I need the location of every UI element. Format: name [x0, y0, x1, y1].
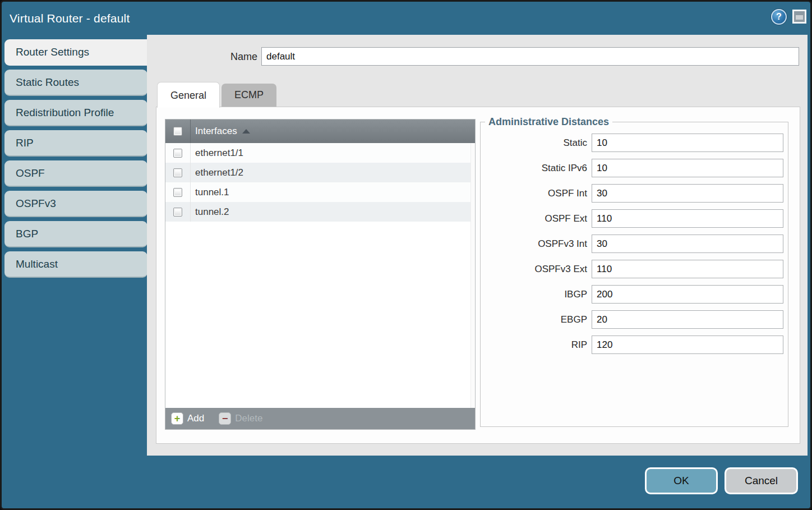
interfaces-column-label: Interfaces: [195, 126, 237, 137]
admin-distance-row: Static IPv6: [481, 159, 788, 177]
ibgp-field[interactable]: [592, 285, 783, 304]
cancel-button-label: Cancel: [745, 475, 778, 487]
ok-button[interactable]: OK: [645, 467, 718, 494]
table-row[interactable]: tunnel.1: [165, 182, 475, 202]
sidebar-item-multicast[interactable]: Multicast: [4, 251, 147, 278]
ospf-ext-field[interactable]: [592, 209, 783, 228]
admin-distance-row: EBGP: [481, 310, 788, 329]
window-restore-icon[interactable]: [792, 10, 806, 24]
admin-distance-row: RIP: [481, 336, 788, 354]
interfaces-table: Interfaces ethernet1/1 ethernet1/2: [165, 119, 476, 430]
sidebar-item-label: Static Routes: [16, 76, 79, 89]
delete-minus-icon: −: [219, 412, 231, 425]
ospf-int-label: OSPF Int: [481, 188, 587, 199]
sidebar-item-label: BGP: [16, 228, 38, 240]
row-checkbox-cell: [165, 163, 191, 182]
interface-name: ethernet1/2: [191, 167, 243, 178]
delete-button-label: Delete: [235, 413, 262, 424]
admin-distance-row: OSPFv3 Int: [481, 235, 788, 253]
general-tab-panel: Interfaces ethernet1/1 ethernet1/2: [156, 107, 800, 444]
ospfv3-int-field[interactable]: [592, 235, 783, 253]
sidebar-item-bgp[interactable]: BGP: [4, 221, 147, 247]
sidebar-item-router-settings[interactable]: Router Settings: [4, 39, 147, 66]
ospf-int-field[interactable]: [592, 184, 783, 203]
interface-name: tunnel.1: [191, 187, 229, 198]
dialog-title: Virtual Router - default: [10, 2, 130, 35]
ok-button-label: OK: [673, 475, 689, 487]
cancel-button[interactable]: Cancel: [725, 467, 798, 494]
admin-distance-row: Static: [481, 134, 788, 152]
admin-distance-row: OSPFv3 Ext: [481, 260, 788, 278]
interfaces-table-header[interactable]: Interfaces: [165, 120, 475, 143]
window-restore-icon-pane: [796, 15, 803, 20]
admin-distance-row: IBGP: [481, 285, 788, 304]
ospf-ext-label: OSPF Ext: [481, 213, 587, 224]
sidebar-item-label: OSPFv3: [16, 197, 56, 210]
ospfv3-ext-label: OSPFv3 Ext: [481, 264, 587, 275]
ospfv3-int-label: OSPFv3 Int: [481, 238, 587, 250]
static-field[interactable]: [592, 134, 783, 152]
row-checkbox[interactable]: [173, 149, 182, 158]
sidebar-item-label: Multicast: [16, 258, 58, 270]
interfaces-table-footer: + Add − Delete: [165, 408, 475, 429]
interface-name: ethernet1/1: [191, 148, 243, 159]
add-button-label: Add: [187, 413, 204, 424]
rip-label: RIP: [481, 339, 587, 351]
administrative-distances-title: Administrative Distances: [485, 116, 612, 128]
help-icon-glyph: ?: [776, 12, 782, 22]
tab-general[interactable]: General: [157, 82, 220, 108]
sidebar-item-rip[interactable]: RIP: [4, 130, 147, 157]
table-row[interactable]: ethernet1/2: [165, 163, 475, 182]
interfaces-column-header[interactable]: Interfaces: [191, 126, 250, 137]
tab-ecmp-label: ECMP: [234, 89, 264, 100]
ebgp-field[interactable]: [592, 310, 783, 329]
add-button[interactable]: + Add: [171, 412, 204, 425]
admin-distance-row: OSPF Int: [481, 184, 788, 203]
ibgp-label: IBGP: [481, 289, 587, 300]
help-icon[interactable]: ?: [771, 9, 787, 25]
sidebar-item-label: OSPF: [16, 167, 45, 180]
administrative-distances-fieldset: Administrative Distances Static Static I…: [480, 116, 788, 427]
interface-name: tunnel.2: [191, 206, 229, 218]
sort-ascending-icon: [242, 129, 250, 134]
table-scrollbar[interactable]: [470, 143, 475, 408]
select-all-checkbox[interactable]: [173, 127, 182, 136]
static-label: Static: [481, 137, 587, 149]
tab-general-label: General: [170, 90, 206, 101]
sidebar-item-redistribution-profile[interactable]: Redistribution Profile: [4, 100, 147, 126]
table-row[interactable]: tunnel.2: [165, 202, 475, 222]
ospfv3-ext-field[interactable]: [592, 260, 783, 278]
static-ipv6-label: Static IPv6: [481, 163, 587, 174]
row-checkbox-cell: [165, 143, 191, 163]
sidebar-item-label: Router Settings: [16, 46, 89, 58]
admin-distance-row: OSPF Ext: [481, 209, 788, 228]
rip-field[interactable]: [592, 336, 783, 354]
router-settings-panel: Name General ECMP Interfaces: [147, 35, 808, 456]
tab-ecmp[interactable]: ECMP: [222, 84, 276, 107]
name-input[interactable]: [261, 47, 799, 66]
row-checkbox-cell: [165, 202, 191, 222]
sidebar-item-label: Redistribution Profile: [16, 107, 114, 119]
interfaces-table-body: ethernet1/1 ethernet1/2 tunnel.1: [165, 143, 475, 408]
select-all-cell: [165, 120, 191, 143]
name-label: Name: [203, 48, 257, 66]
title-bar: Virtual Router - default ?: [2, 2, 810, 35]
static-ipv6-field[interactable]: [592, 159, 783, 177]
virtual-router-dialog: Virtual Router - default ? Router Settin…: [0, 0, 812, 510]
row-checkbox[interactable]: [173, 168, 182, 177]
sidebar-item-label: RIP: [16, 137, 34, 149]
sidebar-item-static-routes[interactable]: Static Routes: [4, 70, 147, 96]
delete-button[interactable]: − Delete: [219, 412, 262, 425]
table-row[interactable]: ethernet1/1: [165, 143, 475, 163]
sidebar-item-ospf[interactable]: OSPF: [4, 160, 147, 187]
sidebar-item-ospfv3[interactable]: OSPFv3: [4, 191, 147, 217]
row-checkbox[interactable]: [173, 208, 182, 217]
ebgp-label: EBGP: [481, 314, 587, 325]
sidebar: Router Settings Static Routes Redistribu…: [4, 39, 147, 282]
row-checkbox[interactable]: [173, 188, 182, 197]
add-plus-icon: +: [171, 412, 183, 425]
row-checkbox-cell: [165, 182, 191, 202]
